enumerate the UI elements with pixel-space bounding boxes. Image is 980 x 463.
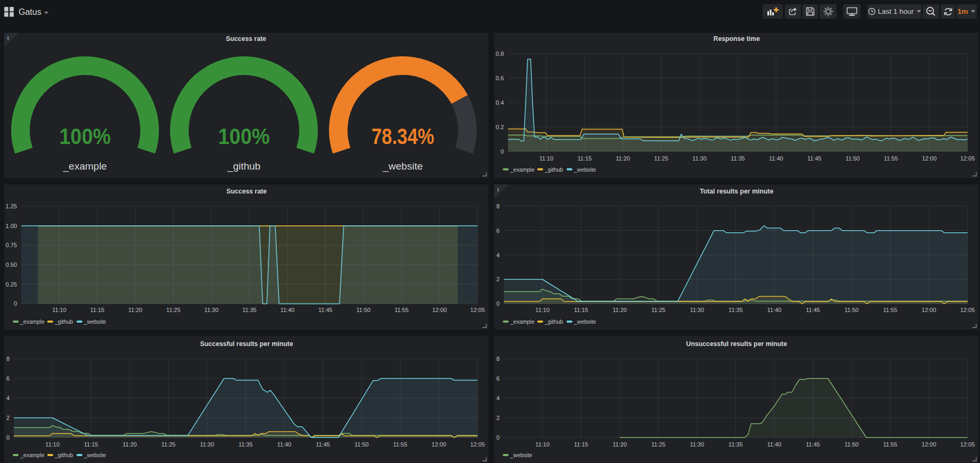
svg-text:11:55: 11:55 <box>884 155 898 162</box>
svg-text:Total results per minute: Total results per minute <box>700 188 774 195</box>
svg-text:2: 2 <box>496 276 500 282</box>
svg-text:11:35: 11:35 <box>729 441 743 448</box>
svg-text:_website: _website <box>510 452 533 458</box>
svg-text:_example: _example <box>20 452 45 458</box>
svg-text:11:40: 11:40 <box>277 441 292 448</box>
svg-text:0.2: 0.2 <box>496 124 504 130</box>
svg-text:4: 4 <box>6 395 10 401</box>
svg-text:0.75: 0.75 <box>6 242 17 248</box>
svg-text:11:55: 11:55 <box>883 307 898 313</box>
svg-text:1.25: 1.25 <box>6 203 17 209</box>
svg-text:8: 8 <box>496 203 500 209</box>
svg-text:11:25: 11:25 <box>651 441 665 448</box>
svg-text:11:30: 11:30 <box>690 307 704 313</box>
svg-text:11:30: 11:30 <box>692 155 707 162</box>
svg-text:Success rate: Success rate <box>226 35 266 43</box>
svg-text:0.50: 0.50 <box>6 262 17 268</box>
svg-text:_github: _github <box>54 318 73 325</box>
svg-text:_website: _website <box>573 318 596 325</box>
svg-text:11:45: 11:45 <box>316 441 330 448</box>
svg-text:0.4: 0.4 <box>496 99 504 106</box>
svg-text:2: 2 <box>6 415 10 421</box>
svg-text:100%: 100% <box>60 124 111 149</box>
svg-text:0: 0 <box>496 434 500 441</box>
svg-text:_website: _website <box>83 452 106 458</box>
svg-text:11:45: 11:45 <box>806 441 820 448</box>
svg-text:11:10: 11:10 <box>539 155 554 162</box>
svg-text:11:50: 11:50 <box>354 441 369 448</box>
svg-text:11:50: 11:50 <box>846 155 860 162</box>
svg-text:4: 4 <box>496 395 500 401</box>
svg-text:_website: _website <box>573 166 596 173</box>
svg-text:11:15: 11:15 <box>84 441 98 448</box>
svg-text:Successful results per minute: Successful results per minute <box>200 340 293 348</box>
svg-text:11:55: 11:55 <box>883 441 898 448</box>
svg-text:11:40: 11:40 <box>767 307 782 313</box>
svg-text:11:10: 11:10 <box>535 307 550 313</box>
svg-text:Unsuccessful results per minut: Unsuccessful results per minute <box>686 340 787 348</box>
svg-text:4: 4 <box>496 252 500 258</box>
svg-text:11:15: 11:15 <box>578 155 592 162</box>
svg-text:11:15: 11:15 <box>574 441 588 448</box>
svg-text:11:50: 11:50 <box>357 307 371 313</box>
svg-text:11:25: 11:25 <box>654 155 669 162</box>
svg-text:11:40: 11:40 <box>280 307 294 313</box>
svg-text:6: 6 <box>496 228 500 234</box>
svg-text:11:50: 11:50 <box>844 307 859 313</box>
svg-text:11:35: 11:35 <box>731 155 745 162</box>
svg-text:12:00: 12:00 <box>922 307 936 313</box>
svg-text:1.00: 1.00 <box>6 223 17 229</box>
svg-text:_github: _github <box>544 318 563 325</box>
svg-text:11:20: 11:20 <box>613 307 627 313</box>
svg-text:11:45: 11:45 <box>807 155 822 162</box>
svg-text:11:45: 11:45 <box>318 307 333 313</box>
svg-text:11:20: 11:20 <box>123 441 137 448</box>
svg-text:12:00: 12:00 <box>922 155 937 162</box>
svg-text:8: 8 <box>496 356 500 362</box>
svg-text:i: i <box>7 35 9 41</box>
svg-text:0.8: 0.8 <box>496 50 504 57</box>
svg-text:12:05: 12:05 <box>960 155 975 162</box>
svg-text:12:05: 12:05 <box>470 307 485 313</box>
svg-text:12:05: 12:05 <box>960 441 975 448</box>
svg-text:11:55: 11:55 <box>393 441 408 448</box>
svg-text:0.25: 0.25 <box>6 281 17 288</box>
svg-text:11:15: 11:15 <box>574 307 588 313</box>
svg-text:11:25: 11:25 <box>651 307 665 313</box>
svg-text:11:40: 11:40 <box>767 441 782 448</box>
svg-text:2: 2 <box>496 415 500 421</box>
svg-text:_example: _example <box>20 318 45 325</box>
svg-text:_example: _example <box>510 318 535 325</box>
svg-text:11:10: 11:10 <box>535 441 550 448</box>
svg-text:0: 0 <box>6 434 10 441</box>
svg-text:12:00: 12:00 <box>432 441 446 448</box>
svg-text:11:55: 11:55 <box>394 307 409 313</box>
svg-text:11:25: 11:25 <box>161 441 175 448</box>
svg-text:8: 8 <box>6 356 10 362</box>
svg-text:0: 0 <box>496 300 500 307</box>
svg-text:6: 6 <box>496 375 500 382</box>
svg-text:11:50: 11:50 <box>844 441 859 448</box>
svg-text:11:20: 11:20 <box>128 307 142 313</box>
svg-text:11:40: 11:40 <box>769 155 783 162</box>
svg-text:_github: _github <box>227 161 260 172</box>
svg-text:_website: _website <box>83 318 106 325</box>
svg-text:12:05: 12:05 <box>470 441 485 448</box>
svg-text:11:35: 11:35 <box>239 441 253 448</box>
svg-text:_example: _example <box>63 161 107 172</box>
svg-text:11:10: 11:10 <box>52 307 66 313</box>
svg-text:11:30: 11:30 <box>200 441 214 448</box>
svg-text:12:00: 12:00 <box>432 307 447 313</box>
svg-text:_website: _website <box>383 161 423 172</box>
svg-text:_example: _example <box>510 166 535 173</box>
svg-text:0.6: 0.6 <box>496 75 504 81</box>
svg-text:100%: 100% <box>218 124 270 149</box>
svg-text:11:45: 11:45 <box>806 307 820 313</box>
svg-text:11:15: 11:15 <box>90 307 105 313</box>
svg-text:0: 0 <box>501 148 504 155</box>
svg-text:11:25: 11:25 <box>166 307 181 313</box>
svg-text:11:20: 11:20 <box>613 441 627 448</box>
svg-text:_github: _github <box>54 452 73 458</box>
svg-text:6: 6 <box>6 375 10 382</box>
svg-text:Success rate: Success rate <box>226 188 267 195</box>
